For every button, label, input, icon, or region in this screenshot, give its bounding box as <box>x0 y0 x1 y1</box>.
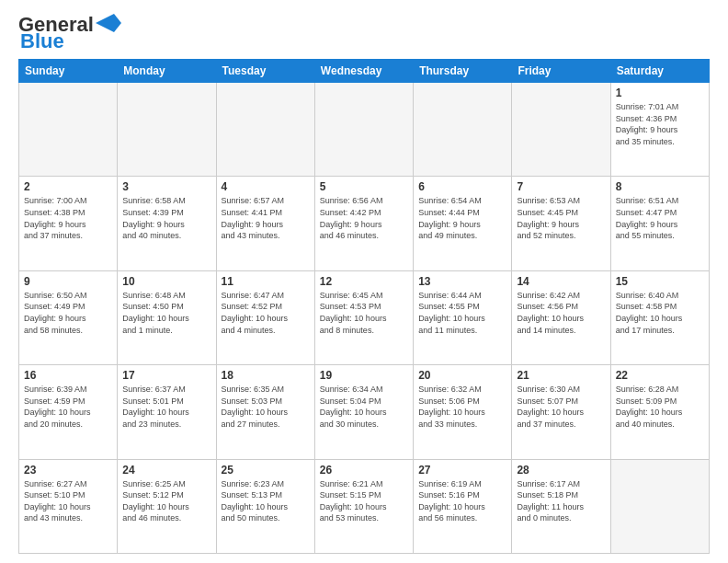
day-info: Sunrise: 7:01 AM Sunset: 4:36 PM Dayligh… <box>616 101 704 147</box>
day-info: Sunrise: 6:17 AM Sunset: 5:18 PM Dayligh… <box>517 478 605 524</box>
day-cell <box>414 83 512 177</box>
day-cell: 5Sunrise: 6:56 AM Sunset: 4:42 PM Daylig… <box>314 177 413 270</box>
day-cell: 4Sunrise: 6:57 AM Sunset: 4:41 PM Daylig… <box>216 177 314 270</box>
day-info: Sunrise: 7:00 AM Sunset: 4:38 PM Dayligh… <box>24 195 112 241</box>
day-cell: 6Sunrise: 6:54 AM Sunset: 4:44 PM Daylig… <box>414 177 512 270</box>
day-info: Sunrise: 6:54 AM Sunset: 4:44 PM Dayligh… <box>418 195 506 241</box>
day-info: Sunrise: 6:19 AM Sunset: 5:16 PM Dayligh… <box>418 478 506 524</box>
day-info: Sunrise: 6:51 AM Sunset: 4:47 PM Dayligh… <box>616 195 704 241</box>
week-row-1: 2Sunrise: 7:00 AM Sunset: 4:38 PM Daylig… <box>19 177 710 270</box>
week-row-0: 1Sunrise: 7:01 AM Sunset: 4:36 PM Daylig… <box>19 83 710 177</box>
day-number: 14 <box>517 275 605 288</box>
day-cell: 13Sunrise: 6:44 AM Sunset: 4:55 PM Dayli… <box>414 270 512 364</box>
day-cell <box>216 83 314 177</box>
logo: General Blue <box>18 15 121 52</box>
day-number: 22 <box>616 369 704 382</box>
day-number: 17 <box>122 369 210 382</box>
weekday-wednesday: Wednesday <box>314 60 413 83</box>
day-number: 23 <box>24 464 112 477</box>
day-cell: 26Sunrise: 6:21 AM Sunset: 5:15 PM Dayli… <box>314 459 413 553</box>
week-row-3: 16Sunrise: 6:39 AM Sunset: 4:59 PM Dayli… <box>19 365 710 459</box>
weekday-tuesday: Tuesday <box>216 60 314 83</box>
page: General Blue SundayMondayTuesdayWednesda… <box>0 0 728 563</box>
day-number: 27 <box>418 464 506 477</box>
day-info: Sunrise: 6:21 AM Sunset: 5:15 PM Dayligh… <box>320 478 408 524</box>
day-cell: 11Sunrise: 6:47 AM Sunset: 4:52 PM Dayli… <box>216 270 314 364</box>
day-info: Sunrise: 6:37 AM Sunset: 5:01 PM Dayligh… <box>122 384 210 430</box>
day-number: 10 <box>122 275 210 288</box>
day-info: Sunrise: 6:28 AM Sunset: 5:09 PM Dayligh… <box>616 384 704 430</box>
weekday-sunday: Sunday <box>19 60 118 83</box>
day-info: Sunrise: 6:42 AM Sunset: 4:56 PM Dayligh… <box>517 290 605 336</box>
day-info: Sunrise: 6:50 AM Sunset: 4:49 PM Dayligh… <box>24 290 112 336</box>
day-info: Sunrise: 6:27 AM Sunset: 5:10 PM Dayligh… <box>24 478 112 524</box>
svg-marker-0 <box>96 14 121 32</box>
weekday-header-row: SundayMondayTuesdayWednesdayThursdayFrid… <box>19 60 710 83</box>
day-info: Sunrise: 6:45 AM Sunset: 4:53 PM Dayligh… <box>320 290 408 336</box>
day-cell: 27Sunrise: 6:19 AM Sunset: 5:16 PM Dayli… <box>414 459 512 553</box>
day-cell: 16Sunrise: 6:39 AM Sunset: 4:59 PM Dayli… <box>19 365 118 459</box>
day-number: 7 <box>517 180 605 193</box>
day-number: 19 <box>320 369 408 382</box>
day-info: Sunrise: 6:57 AM Sunset: 4:41 PM Dayligh… <box>222 195 310 241</box>
day-info: Sunrise: 6:35 AM Sunset: 5:03 PM Dayligh… <box>222 384 310 430</box>
day-info: Sunrise: 6:47 AM Sunset: 4:52 PM Dayligh… <box>222 290 310 336</box>
day-cell <box>610 459 709 553</box>
day-cell: 28Sunrise: 6:17 AM Sunset: 5:18 PM Dayli… <box>512 459 610 553</box>
day-info: Sunrise: 6:23 AM Sunset: 5:13 PM Dayligh… <box>222 478 310 524</box>
day-info: Sunrise: 6:34 AM Sunset: 5:04 PM Dayligh… <box>320 384 408 430</box>
day-cell: 10Sunrise: 6:48 AM Sunset: 4:50 PM Dayli… <box>118 270 216 364</box>
day-info: Sunrise: 6:40 AM Sunset: 4:58 PM Dayligh… <box>616 290 704 336</box>
day-info: Sunrise: 6:53 AM Sunset: 4:45 PM Dayligh… <box>517 195 605 241</box>
day-cell: 20Sunrise: 6:32 AM Sunset: 5:06 PM Dayli… <box>414 365 512 459</box>
day-cell <box>118 83 216 177</box>
weekday-saturday: Saturday <box>610 60 709 83</box>
day-number: 12 <box>320 275 408 288</box>
day-number: 8 <box>616 180 704 193</box>
day-cell: 14Sunrise: 6:42 AM Sunset: 4:56 PM Dayli… <box>512 270 610 364</box>
day-cell: 3Sunrise: 6:58 AM Sunset: 4:39 PM Daylig… <box>118 177 216 270</box>
day-cell: 9Sunrise: 6:50 AM Sunset: 4:49 PM Daylig… <box>19 270 118 364</box>
day-info: Sunrise: 6:58 AM Sunset: 4:39 PM Dayligh… <box>122 195 210 241</box>
day-number: 3 <box>122 180 210 193</box>
header: General Blue <box>18 15 710 52</box>
calendar: SundayMondayTuesdayWednesdayThursdayFrid… <box>18 59 710 554</box>
day-cell: 2Sunrise: 7:00 AM Sunset: 4:38 PM Daylig… <box>19 177 118 270</box>
day-cell: 12Sunrise: 6:45 AM Sunset: 4:53 PM Dayli… <box>314 270 413 364</box>
weekday-friday: Friday <box>512 60 610 83</box>
day-cell: 8Sunrise: 6:51 AM Sunset: 4:47 PM Daylig… <box>610 177 709 270</box>
day-number: 9 <box>24 275 112 288</box>
day-number: 6 <box>418 180 506 193</box>
day-info: Sunrise: 6:25 AM Sunset: 5:12 PM Dayligh… <box>122 478 210 524</box>
day-cell: 23Sunrise: 6:27 AM Sunset: 5:10 PM Dayli… <box>19 459 118 553</box>
day-info: Sunrise: 6:48 AM Sunset: 4:50 PM Dayligh… <box>122 290 210 336</box>
day-info: Sunrise: 6:32 AM Sunset: 5:06 PM Dayligh… <box>418 384 506 430</box>
day-cell: 25Sunrise: 6:23 AM Sunset: 5:13 PM Dayli… <box>216 459 314 553</box>
day-cell: 21Sunrise: 6:30 AM Sunset: 5:07 PM Dayli… <box>512 365 610 459</box>
day-cell: 17Sunrise: 6:37 AM Sunset: 5:01 PM Dayli… <box>118 365 216 459</box>
week-row-4: 23Sunrise: 6:27 AM Sunset: 5:10 PM Dayli… <box>19 459 710 553</box>
day-number: 28 <box>517 464 605 477</box>
day-number: 11 <box>222 275 310 288</box>
logo-blue-text: Blue <box>20 31 64 52</box>
day-number: 4 <box>222 180 310 193</box>
week-row-2: 9Sunrise: 6:50 AM Sunset: 4:49 PM Daylig… <box>19 270 710 364</box>
day-cell <box>512 83 610 177</box>
day-number: 26 <box>320 464 408 477</box>
day-cell: 7Sunrise: 6:53 AM Sunset: 4:45 PM Daylig… <box>512 177 610 270</box>
day-cell: 24Sunrise: 6:25 AM Sunset: 5:12 PM Dayli… <box>118 459 216 553</box>
weekday-thursday: Thursday <box>414 60 512 83</box>
day-number: 24 <box>122 464 210 477</box>
day-cell: 1Sunrise: 7:01 AM Sunset: 4:36 PM Daylig… <box>610 83 709 177</box>
day-cell <box>314 83 413 177</box>
day-info: Sunrise: 6:30 AM Sunset: 5:07 PM Dayligh… <box>517 384 605 430</box>
logo-arrow-icon <box>96 14 121 32</box>
day-number: 5 <box>320 180 408 193</box>
day-number: 13 <box>418 275 506 288</box>
day-info: Sunrise: 6:56 AM Sunset: 4:42 PM Dayligh… <box>320 195 408 241</box>
day-cell: 18Sunrise: 6:35 AM Sunset: 5:03 PM Dayli… <box>216 365 314 459</box>
day-number: 15 <box>616 275 704 288</box>
weekday-monday: Monday <box>118 60 216 83</box>
day-cell: 22Sunrise: 6:28 AM Sunset: 5:09 PM Dayli… <box>610 365 709 459</box>
day-number: 1 <box>616 86 704 99</box>
